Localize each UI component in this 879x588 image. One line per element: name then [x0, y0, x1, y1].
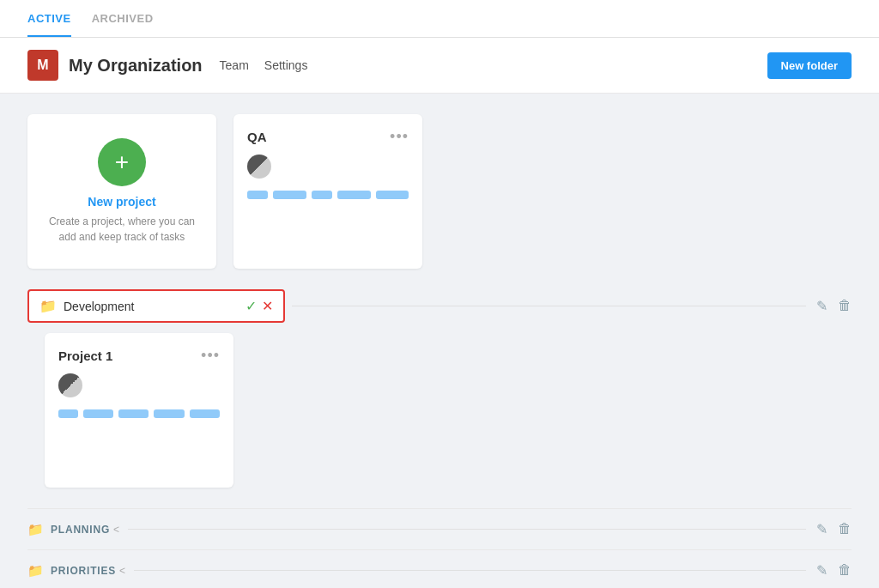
folder-projects: Project 1 ••• [27, 323, 852, 494]
edit-priorities-button[interactable]: ✎ [816, 562, 827, 579]
bar [58, 409, 78, 418]
collapsed-folder-planning: 📁 PLANNING < ✎ 🗑 [27, 508, 852, 549]
priorities-action-icons: ✎ 🗑 [816, 562, 852, 579]
folder-header-editing: 📁 ✓ ✕ [27, 289, 285, 323]
new-project-description: Create a project, where you can add and … [45, 214, 199, 245]
tab-archived[interactable]: ARCHIVED [92, 0, 154, 37]
folder-icon-priorities: 📁 [27, 563, 44, 579]
folder-divider [292, 306, 806, 306]
bar [83, 409, 113, 418]
delete-planning-button[interactable]: 🗑 [838, 521, 852, 537]
new-project-card[interactable]: + New project Create a project, where yo… [27, 114, 216, 269]
project1-menu-dots[interactable]: ••• [201, 347, 220, 365]
bar [154, 409, 184, 418]
folder-icon: 📁 [39, 298, 57, 314]
chevron-priorities[interactable]: < [119, 565, 125, 577]
new-project-icon[interactable]: + [98, 138, 146, 186]
bar [118, 409, 149, 418]
folder-inline-actions: ✓ ✕ [246, 298, 273, 314]
delete-folder-button[interactable]: 🗑 [838, 298, 852, 314]
project-title-p1: Project 1 [58, 349, 112, 363]
main-content: + New project Create a project, where yo… [0, 94, 879, 588]
project1-bars [58, 409, 220, 418]
planning-action-icons: ✎ 🗑 [816, 521, 852, 537]
cards-row: + New project Create a project, where yo… [27, 114, 852, 269]
folder-name-priorities: PRIORITIES [51, 565, 116, 577]
bar [312, 191, 332, 199]
chevron-planning[interactable]: < [113, 524, 119, 536]
top-tabs-bar: ACTIVE ARCHIVED [0, 0, 879, 38]
folder-name-input[interactable] [64, 300, 239, 313]
collapsed-divider-priorities [134, 570, 806, 571]
org-icon: M [27, 50, 58, 81]
bar [190, 409, 220, 418]
nav-team[interactable]: Team [220, 55, 249, 76]
project-card-header-p1: Project 1 ••• [58, 347, 220, 365]
project-card-header: QA ••• [247, 128, 409, 146]
new-project-label: New project [88, 195, 155, 209]
project-card-qa: QA ••• [233, 114, 422, 269]
org-name: My Organization [69, 56, 203, 76]
confirm-folder-name-button[interactable]: ✓ [246, 298, 257, 314]
plus-icon: + [115, 149, 129, 176]
new-folder-button[interactable]: New folder [767, 52, 852, 79]
bar [337, 191, 370, 199]
header-left: M My Organization Team Settings [27, 50, 307, 81]
project-avatar [247, 155, 271, 179]
header-nav: Team Settings [220, 55, 308, 76]
cancel-folder-name-button[interactable]: ✕ [262, 298, 273, 314]
collapsed-divider-planning [128, 529, 806, 530]
folder-action-icons: ✎ 🗑 [816, 298, 852, 314]
folder-icon-planning: 📁 [27, 522, 44, 537]
folder-row-development: 📁 ✓ ✕ ✎ 🗑 [27, 289, 852, 323]
development-folder-section: 📁 ✓ ✕ ✎ 🗑 Project 1 ••• [27, 289, 852, 494]
bar [247, 191, 268, 199]
project1-avatar [58, 373, 82, 397]
bar [376, 191, 409, 199]
folder-name-planning: PLANNING [51, 524, 110, 536]
project-bars [247, 191, 409, 199]
bar [273, 191, 306, 199]
nav-settings[interactable]: Settings [264, 55, 308, 76]
edit-folder-button[interactable]: ✎ [816, 298, 827, 314]
header-row: M My Organization Team Settings New fold… [0, 38, 879, 94]
project-menu-dots[interactable]: ••• [390, 128, 409, 146]
collapsed-folders: 📁 PLANNING < ✎ 🗑 📁 PRIORITIES < ✎ 🗑 📁 TO… [27, 508, 852, 588]
delete-priorities-button[interactable]: 🗑 [838, 562, 852, 579]
project-title-qa: QA [247, 130, 267, 144]
collapsed-folder-priorities: 📁 PRIORITIES < ✎ 🗑 [27, 549, 852, 588]
tab-active[interactable]: ACTIVE [27, 0, 71, 37]
edit-planning-button[interactable]: ✎ [816, 521, 827, 537]
project-card-project1: Project 1 ••• [45, 333, 233, 488]
